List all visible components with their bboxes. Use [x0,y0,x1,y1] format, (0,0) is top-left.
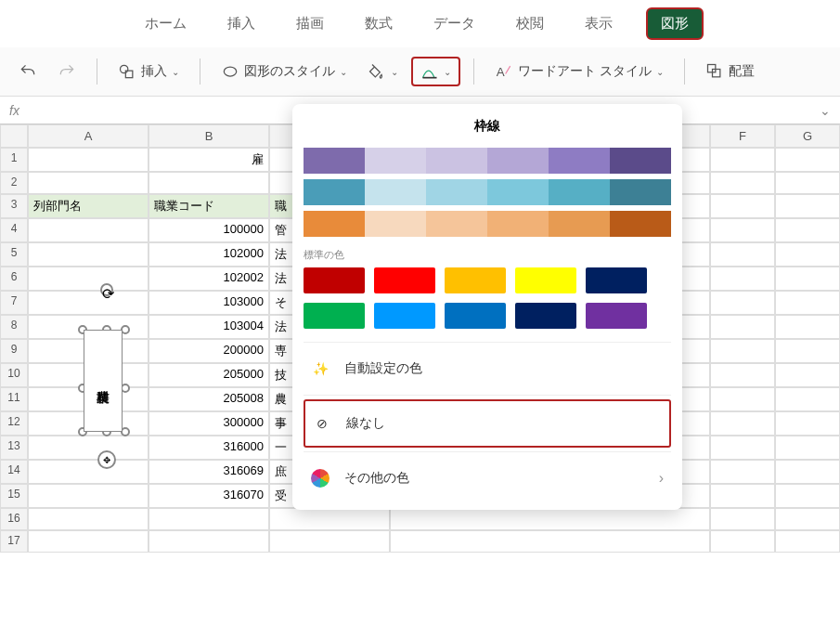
row-header[interactable]: 10 [0,363,28,387]
color-swatch[interactable] [426,179,487,205]
cell[interactable] [775,363,840,387]
color-swatch[interactable] [426,148,487,174]
cell[interactable] [269,530,390,553]
cell[interactable] [710,242,775,267]
row-header[interactable]: 12 [0,411,28,436]
outline-button[interactable]: ⌄ [411,57,460,86]
cell[interactable] [775,148,840,172]
auto-color-item[interactable]: ✨ 自動設定の色 [304,346,671,391]
cell[interactable]: 300000 [149,411,269,436]
cell[interactable] [710,267,775,291]
row-header[interactable]: 2 [0,172,28,194]
cell[interactable] [149,508,269,530]
cell[interactable] [28,218,149,242]
color-swatch[interactable] [374,303,435,329]
tab-insert[interactable]: 挿入 [220,9,263,38]
cell[interactable] [710,291,775,315]
cell[interactable] [710,387,775,411]
cell[interactable] [775,484,840,508]
cell[interactable] [390,508,710,530]
color-swatch[interactable] [365,179,426,205]
row-header[interactable]: 16 [0,508,28,530]
tab-review[interactable]: 校閲 [509,9,551,38]
color-swatch[interactable] [445,267,506,293]
col-header[interactable] [0,124,28,148]
col-header[interactable]: G [775,124,840,148]
more-colors-item[interactable]: その他の色 › [304,456,671,501]
cell[interactable]: 205000 [149,363,269,387]
cell[interactable] [710,530,775,553]
row-header[interactable]: 8 [0,315,28,339]
cell[interactable]: 316000 [149,436,269,460]
cell[interactable] [710,484,775,508]
row-header[interactable]: 17 [0,530,28,553]
color-swatch[interactable] [586,267,647,293]
row-header[interactable]: 9 [0,339,28,363]
cell[interactable] [775,530,840,553]
cell[interactable] [775,339,840,363]
tab-draw[interactable]: 描画 [289,9,331,38]
row-header[interactable]: 3 [0,194,28,218]
cell[interactable] [28,484,149,508]
row-header[interactable]: 7 [0,291,28,315]
cell[interactable] [775,436,840,460]
cell[interactable] [710,460,775,484]
cell[interactable] [28,508,149,530]
cell[interactable]: 103004 [149,315,269,339]
cell[interactable] [710,172,775,194]
cell[interactable]: 205008 [149,387,269,411]
tab-data[interactable]: データ [426,9,483,38]
tab-formulas[interactable]: 数式 [357,9,400,38]
cell[interactable] [775,218,840,242]
color-swatch[interactable] [365,148,426,174]
cell[interactable] [775,315,840,339]
wordart-button[interactable]: A ワードアート スタイル⌄ [487,57,671,86]
color-swatch[interactable] [365,211,426,237]
cell[interactable]: 102000 [149,242,269,267]
insert-shape-button[interactable]: 挿入⌄ [110,57,187,86]
color-swatch[interactable] [586,303,647,329]
cell[interactable]: 102002 [149,267,269,291]
color-swatch[interactable] [515,267,576,293]
fill-button[interactable]: ⌄ [360,57,406,86]
cell[interactable] [269,508,390,530]
row-header[interactable]: 1 [0,148,28,172]
col-header[interactable]: F [710,124,775,148]
row-header[interactable]: 13 [0,436,28,460]
cell[interactable]: 雇 [149,148,269,172]
move-handle[interactable]: ✥ [97,450,116,469]
rotate-handle[interactable]: ⟳ [100,283,113,296]
cell[interactable] [28,530,149,553]
color-swatch[interactable] [487,211,549,237]
cell[interactable] [710,148,775,172]
color-swatch[interactable] [304,179,365,205]
color-swatch[interactable] [487,179,549,205]
color-swatch[interactable] [304,303,365,329]
cell[interactable] [710,315,775,339]
table-header[interactable]: 列部門名 [28,194,149,218]
cell[interactable] [149,172,269,194]
cell[interactable]: 100000 [149,218,269,242]
no-outline-item[interactable]: ⊘ 線なし [304,399,671,448]
cell[interactable] [775,194,840,218]
cell[interactable] [149,530,269,553]
row-header[interactable]: 6 [0,267,28,291]
color-swatch[interactable] [515,303,576,329]
row-header[interactable]: 5 [0,242,28,267]
col-header[interactable]: B [149,124,269,148]
color-swatch[interactable] [304,211,365,237]
cell[interactable]: 316069 [149,460,269,484]
cell[interactable] [390,530,710,553]
shape-style-button[interactable]: 図形のスタイル⌄ [213,57,355,86]
color-swatch[interactable] [610,148,671,174]
cell[interactable] [775,172,840,194]
tab-home[interactable]: ホーム [137,9,194,38]
redo-button[interactable] [50,57,84,86]
cell[interactable] [710,508,775,530]
undo-button[interactable] [11,57,45,86]
cell[interactable]: 103000 [149,291,269,315]
cell[interactable] [710,194,775,218]
color-swatch[interactable] [445,303,506,329]
col-header[interactable]: A [28,124,149,148]
color-swatch[interactable] [549,179,610,205]
